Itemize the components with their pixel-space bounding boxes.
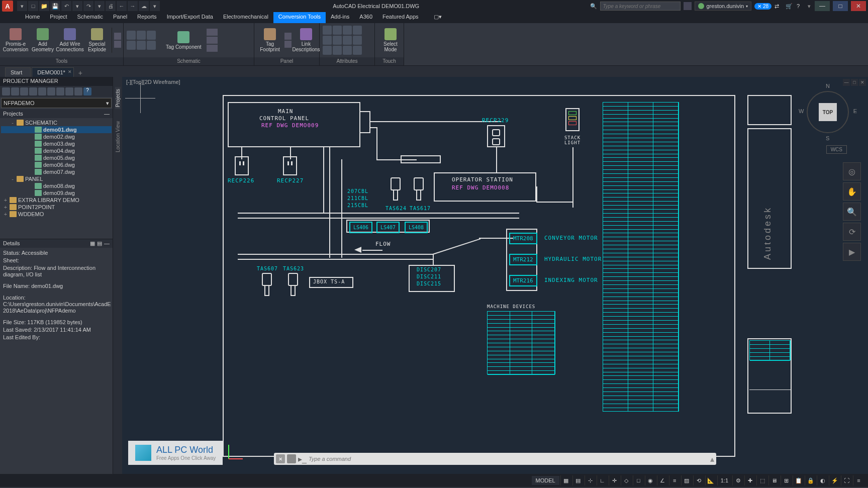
pm-tool-9[interactable] (74, 87, 82, 95)
status-otrack[interactable]: ∠ (657, 475, 668, 485)
add-geometry-button[interactable]: Add Geometry (30, 27, 55, 53)
schem-drop-2[interactable] (207, 37, 218, 44)
pm-tool-3[interactable] (20, 87, 28, 95)
status-monitor[interactable]: 🖥 (768, 475, 780, 485)
window-maximize[interactable]: □ (833, 1, 848, 11)
tools-small-2[interactable] (114, 41, 121, 48)
command-input[interactable] (309, 456, 708, 462)
special-explode-button[interactable]: Special Explode (84, 27, 110, 53)
status-customize[interactable]: ≡ (853, 475, 864, 485)
tree-node-wddemo[interactable]: +WDDEMO (1, 211, 112, 218)
qat-undo-drop[interactable]: ▾ (72, 1, 82, 11)
status-annoscale[interactable]: 📐 (705, 475, 716, 485)
command-line[interactable]: ✕ ▸_ ▴ (274, 453, 716, 465)
attr-tool-3[interactable] (343, 26, 352, 35)
doc-tab-start[interactable]: Start (5, 67, 31, 77)
vtab-projects[interactable]: Projects (115, 87, 121, 109)
tag-footprint-button[interactable]: Tag Footprint (257, 27, 282, 53)
ribbon-minimize[interactable]: ▢▾ (429, 12, 447, 23)
status-infer[interactable]: ⊹ (585, 475, 596, 485)
window-close[interactable]: ✕ (851, 1, 866, 11)
status-snap[interactable]: ▤ (572, 475, 584, 485)
status-hardware[interactable]: ⚡ (829, 475, 840, 485)
help-icon[interactable]: ? (797, 3, 805, 9)
notification-badge[interactable]: ✕ 28 (754, 3, 771, 10)
pm-tool-2[interactable] (11, 87, 19, 95)
status-clean[interactable]: ⛶ (841, 475, 852, 485)
project-combo[interactable]: NFPADEMO▾ (1, 98, 112, 108)
ribbon-tab-home[interactable]: Home (20, 12, 45, 23)
status-lock[interactable]: 🔒 (805, 475, 816, 485)
ribbon-tab-electromechanical[interactable]: Electromechanical (218, 12, 273, 23)
details-view-1[interactable]: ▦ (90, 240, 95, 247)
ribbon-tab-conversion[interactable]: Conversion Tools (273, 12, 326, 23)
schem-drop-1[interactable] (207, 29, 218, 36)
qat-open[interactable]: 📁 (39, 1, 49, 11)
tree-node-demo09-dwg[interactable]: demo09.dwg (1, 189, 112, 197)
viewcube-east[interactable]: E (853, 108, 857, 114)
status-cycle[interactable]: ⟲ (693, 475, 704, 485)
pm-tool-8[interactable] (65, 87, 73, 95)
help-dropdown[interactable]: ▾ (808, 3, 812, 10)
add-wire-connections-button[interactable]: Add Wire Connections (57, 27, 82, 53)
attr-tool-6[interactable] (333, 36, 342, 45)
qat-more[interactable]: ▾ (150, 1, 160, 11)
status-transparency[interactable]: ▨ (681, 475, 692, 485)
ribbon-tab-addins[interactable]: Add-ins (326, 12, 354, 23)
status-scale[interactable]: 1:1 (717, 475, 731, 485)
doc-tab-demo001[interactable]: DEMO001*✕ (32, 67, 74, 77)
viewcube-north[interactable]: N (826, 83, 830, 89)
attr-tool-5[interactable] (323, 36, 332, 45)
tree-node-demo01-dwg[interactable]: demo01.dwg (1, 126, 112, 133)
schem-tool-6[interactable] (147, 41, 156, 50)
qat-cloud[interactable]: ☁ (139, 1, 149, 11)
link-descriptions-button[interactable]: Link Descriptions (294, 27, 319, 53)
projects-section-header[interactable]: Projects— (0, 109, 113, 118)
status-lineweight[interactable]: ≡ (669, 475, 680, 485)
ribbon-tab-a360[interactable]: A360 (354, 12, 377, 23)
schem-tool-4[interactable] (127, 41, 136, 50)
ribbon-tab-featured[interactable]: Featured Apps (377, 12, 424, 23)
pm-tool-7[interactable] (56, 87, 64, 95)
pm-tool-help[interactable]: ? (83, 87, 91, 95)
nav-pan[interactable]: ✋ (843, 182, 861, 201)
qat-new[interactable]: □ (28, 1, 38, 11)
tree-node-schematic[interactable]: -SCHEMATIC (1, 119, 112, 126)
vtab-location-view[interactable]: Location View (115, 119, 121, 154)
user-menu[interactable]: greston.dunivin ▾ (695, 2, 751, 11)
viewcube[interactable]: TOP N S E W (798, 82, 858, 142)
cart-icon[interactable]: 🛒 (786, 3, 794, 10)
attr-tool-8[interactable] (353, 36, 362, 45)
infocenter-icon[interactable] (684, 2, 692, 10)
wcs-indicator[interactable]: WCS (826, 145, 847, 154)
qat-right[interactable]: → (128, 1, 138, 11)
cmd-customize-icon[interactable] (287, 454, 296, 463)
status-grid[interactable]: ▦ (560, 475, 571, 485)
tree-node-point2point[interactable]: +POINT2POINT (1, 204, 112, 211)
status-3dosnap[interactable]: ◉ (645, 475, 656, 485)
pm-tool-4[interactable] (29, 87, 37, 95)
app-logo[interactable]: A (2, 1, 13, 12)
vp-close[interactable]: ✕ (859, 79, 866, 86)
window-minimize[interactable]: — (815, 1, 830, 11)
status-gear[interactable]: ⚙ (732, 475, 743, 485)
qat-menu[interactable]: ▾ (17, 1, 27, 11)
viewcube-west[interactable]: W (799, 108, 804, 114)
nav-orbit[interactable]: ⟳ (843, 223, 861, 241)
attr-tool-11[interactable] (343, 46, 352, 55)
status-model-button[interactable]: MODEL (532, 476, 559, 485)
qat-redo-drop[interactable]: ▾ (94, 1, 105, 11)
nav-zoom[interactable]: 🔍 (843, 203, 861, 221)
attr-tool-4[interactable] (353, 26, 362, 35)
status-iso[interactable]: ◇ (621, 475, 632, 485)
cmd-close-icon[interactable]: ✕ (276, 454, 285, 463)
tools-small-1[interactable] (114, 33, 121, 40)
status-osnap[interactable]: □ (633, 475, 644, 485)
schem-tool-2[interactable] (137, 31, 146, 40)
viewcube-south[interactable]: S (826, 135, 829, 141)
close-tab-icon[interactable]: ✕ (68, 69, 72, 74)
nav-wheel[interactable]: ◎ (843, 162, 861, 180)
schem-tool-1[interactable] (127, 31, 136, 40)
attr-tool-2[interactable] (333, 26, 342, 35)
schem-tool-5[interactable] (137, 41, 146, 50)
